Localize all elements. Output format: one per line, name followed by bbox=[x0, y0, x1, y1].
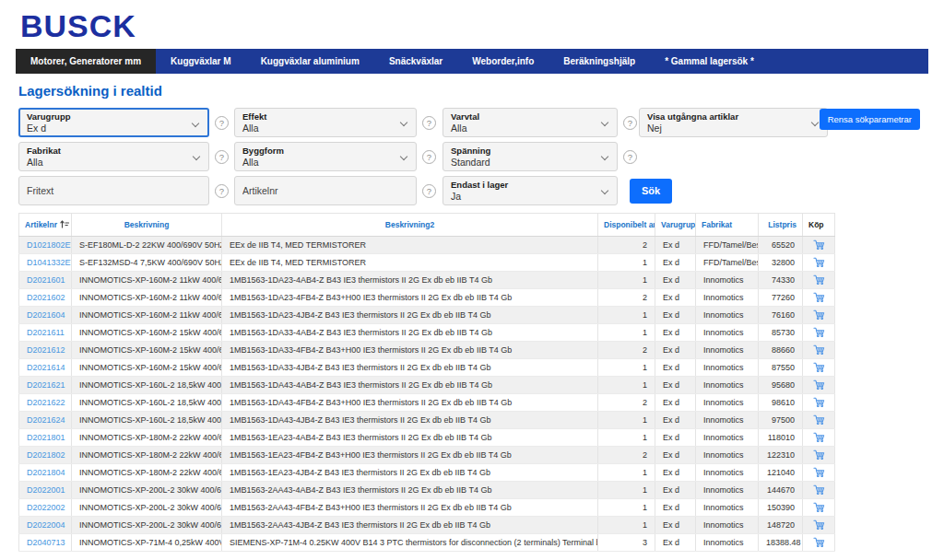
add-to-cart-icon[interactable] bbox=[813, 256, 825, 268]
sok-button[interactable]: Sök bbox=[630, 179, 672, 204]
cell-artikelnr: D2021804 bbox=[19, 464, 72, 482]
help-circle-icon[interactable]: ? bbox=[215, 116, 229, 130]
artikelnr-link[interactable]: D2021801 bbox=[27, 433, 65, 442]
add-to-cart-icon[interactable] bbox=[813, 361, 825, 373]
nav-tab[interactable]: Motorer, Generatorer mm bbox=[16, 49, 156, 74]
nav-tab[interactable]: Kuggväxlar aluminium bbox=[246, 49, 374, 74]
add-to-cart-icon[interactable] bbox=[813, 274, 825, 286]
cell-artikelnr: D1021802ETR bbox=[19, 237, 72, 254]
cell-disponibelt: 1 bbox=[598, 272, 655, 289]
fritext-input[interactable] bbox=[18, 176, 209, 205]
col-header-disponibelt[interactable]: Disponibelt antal bbox=[598, 214, 655, 237]
chevron-down-icon bbox=[401, 120, 407, 126]
col-header-beskrivning2[interactable]: Beskrivning2 bbox=[222, 214, 598, 237]
add-to-cart-icon[interactable] bbox=[813, 536, 825, 548]
help-circle-icon[interactable]: ? bbox=[215, 150, 229, 164]
add-to-cart-icon[interactable] bbox=[813, 291, 825, 303]
add-to-cart-icon[interactable] bbox=[813, 396, 825, 408]
cell-listpris: 150390 bbox=[759, 499, 803, 517]
help-circle-icon[interactable]: ? bbox=[623, 150, 637, 164]
artikelnr-link[interactable]: D2021604 bbox=[27, 310, 65, 320]
cell-fabrikat: Innomotics bbox=[696, 412, 759, 429]
add-to-cart-icon[interactable] bbox=[813, 309, 825, 321]
artikelnr-link[interactable]: D2021621 bbox=[27, 380, 65, 390]
effekt-label: Effekt bbox=[242, 111, 397, 122]
artikelnr-input[interactable] bbox=[234, 176, 417, 205]
add-to-cart-icon[interactable] bbox=[813, 239, 825, 251]
help-circle-icon[interactable]: ? bbox=[422, 116, 436, 130]
cell-kop bbox=[803, 289, 835, 307]
artikelnr-link[interactable]: D2021612 bbox=[27, 345, 65, 355]
cell-beskrivning: INNOMOTICS-XP-160M-2 15kW 400/690V B3 bbox=[72, 324, 222, 342]
artikelnr-link[interactable]: D1041332ETR bbox=[27, 258, 72, 267]
nav-tab[interactable]: * Gammal lagersök * bbox=[650, 49, 769, 74]
cell-kop bbox=[803, 359, 835, 377]
endast-i-lager-select[interactable]: Endast i lager Ja bbox=[442, 176, 618, 205]
varugrupp-select[interactable]: Varugrupp Ex d bbox=[18, 108, 209, 137]
add-to-cart-icon[interactable] bbox=[813, 449, 825, 461]
cell-beskrivning: INNOMOTICS-XP-160L-2 18,5kW 400/690V B5 bbox=[72, 394, 222, 412]
cell-beskrivning2: 1MB1563-1DA43-4AB4-Z B43 IE3 thermistors… bbox=[222, 377, 598, 394]
help-circle-icon[interactable]: ? bbox=[422, 184, 436, 198]
help-circle-icon[interactable]: ? bbox=[623, 116, 637, 130]
nav-tab[interactable]: Beräkningshjälp bbox=[549, 49, 650, 74]
add-to-cart-icon[interactable] bbox=[813, 501, 825, 513]
varvtal-select[interactable]: Varvtal Alla bbox=[442, 108, 618, 137]
spanning-select[interactable]: Spänning Standard bbox=[442, 142, 618, 171]
artikelnr-link[interactable]: D2021804 bbox=[27, 468, 65, 477]
artikelnr-link[interactable]: D2021802 bbox=[27, 450, 65, 460]
col-header-fabrikat[interactable]: Fabrikat bbox=[696, 214, 759, 237]
col-header-artikelnr[interactable]: Artikelnr bbox=[19, 214, 72, 237]
col-header-varugrupp[interactable]: Varugrupp bbox=[655, 214, 696, 237]
artikelnr-link[interactable]: D2021611 bbox=[27, 328, 65, 337]
col-header-beskrivning[interactable]: Beskrivning bbox=[72, 214, 222, 237]
fabrikat-select[interactable]: Fabrikat Alla bbox=[18, 142, 209, 171]
cell-beskrivning2: 1MB1563-1DA33-4JB4-Z B43 IE3 thermistors… bbox=[222, 359, 598, 377]
add-to-cart-icon[interactable] bbox=[813, 414, 825, 426]
add-to-cart-icon[interactable] bbox=[813, 379, 825, 391]
artikelnr-link[interactable]: D1021802ETR bbox=[27, 240, 72, 250]
nav-tab[interactable]: Snäckväxlar bbox=[374, 49, 457, 74]
add-to-cart-icon[interactable] bbox=[813, 431, 825, 443]
cell-beskrivning2: 1MB1563-2AA43-4JB4-Z B43 IE3 thermistors… bbox=[222, 517, 598, 534]
add-to-cart-icon[interactable] bbox=[813, 484, 825, 496]
artikelnr-link[interactable]: D2021622 bbox=[27, 398, 65, 407]
visa-utgangna-select[interactable]: Visa utgångna artiklar Nej bbox=[639, 108, 828, 137]
effekt-select[interactable]: Effekt Alla bbox=[234, 108, 417, 137]
add-to-cart-icon[interactable] bbox=[813, 466, 825, 478]
col-header-listpris[interactable]: Listpris bbox=[759, 214, 803, 237]
cell-fabrikat: Innomotics bbox=[696, 289, 759, 307]
cell-varugrupp: Ex d bbox=[655, 272, 696, 289]
add-to-cart-icon[interactable] bbox=[813, 344, 825, 356]
cell-disponibelt: 1 bbox=[598, 482, 655, 499]
cell-artikelnr: D2021604 bbox=[19, 307, 72, 324]
chevron-down-icon bbox=[401, 154, 407, 160]
varugrupp-value: Ex d bbox=[27, 122, 190, 134]
artikelnr-link[interactable]: D2022002 bbox=[27, 503, 65, 512]
cell-disponibelt: 2 bbox=[598, 289, 655, 307]
search-filters: Varugrupp Ex d ? Effekt Alla ? Varvtal A… bbox=[18, 108, 926, 205]
artikelnr-link[interactable]: D2021614 bbox=[27, 363, 65, 372]
artikelnr-link[interactable]: D2021602 bbox=[27, 293, 65, 302]
nav-tab[interactable]: Weborder,info bbox=[457, 49, 549, 74]
cell-artikelnr: D2021601 bbox=[19, 272, 72, 289]
cell-listpris: 85730 bbox=[759, 324, 803, 342]
cell-kop bbox=[803, 342, 835, 359]
cell-kop bbox=[803, 429, 835, 447]
spanning-label: Spänning bbox=[451, 146, 598, 156]
artikelnr-link[interactable]: D2040713 bbox=[27, 538, 65, 547]
endast-i-lager-value: Ja bbox=[451, 190, 598, 203]
help-circle-icon[interactable]: ? bbox=[215, 184, 229, 198]
chevron-down-icon bbox=[602, 120, 608, 126]
artikelnr-link[interactable]: D2021624 bbox=[27, 415, 65, 425]
nav-tab[interactable]: Kuggväxlar M bbox=[156, 49, 246, 74]
rensa-sokparametrar-button[interactable]: Rensa sökparametrar bbox=[820, 109, 920, 130]
add-to-cart-icon[interactable] bbox=[813, 519, 825, 531]
byggform-select[interactable]: Byggform Alla bbox=[234, 142, 417, 171]
help-circle-icon[interactable]: ? bbox=[422, 150, 436, 164]
filter-row-2: Fabrikat Alla ? Byggform Alla ? Spänning… bbox=[18, 142, 926, 171]
artikelnr-link[interactable]: D2022001 bbox=[27, 485, 65, 495]
artikelnr-link[interactable]: D2022004 bbox=[27, 520, 65, 530]
add-to-cart-icon[interactable] bbox=[813, 326, 825, 338]
artikelnr-link[interactable]: D2021601 bbox=[27, 275, 65, 285]
